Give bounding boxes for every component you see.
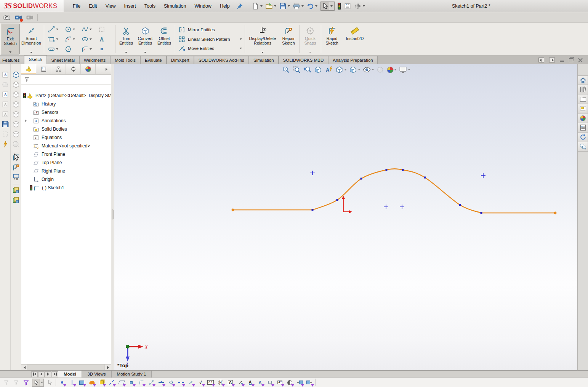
propertymanager-tab[interactable] [36,64,51,74]
record-video-icon[interactable] [14,14,22,21]
zoom-to-fit-icon[interactable] [281,65,290,74]
filter-cosmetic-threads-icon[interactable] [266,379,274,387]
view-palette-icon[interactable] [578,104,588,114]
options-gear-button[interactable] [353,2,366,11]
filter-surface-finish-symbols-icon[interactable]: √ [197,379,205,387]
edit-sketch-icon[interactable] [11,153,21,162]
filter-datums-icon[interactable]: A [246,379,254,387]
tree-item-sensors[interactable]: Sensors [21,108,111,117]
tab-simulation[interactable]: Simulation [249,56,279,64]
view-settings-icon[interactable] [398,65,410,74]
undo-button[interactable] [305,2,319,11]
filter-sketch-points-icon[interactable] [127,379,135,387]
tab-features[interactable]: Features [0,56,24,64]
minimize-icon[interactable] [560,61,564,62]
convert-entities-button[interactable]: Convert Entities [136,24,155,54]
featuremanager-design-tree-tab[interactable] [21,64,36,74]
tree-item-solid-bodies[interactable]: Solid Bodies [21,125,111,133]
filter-connection-points-icon[interactable] [296,379,304,387]
scroll-right-icon[interactable] [104,365,111,370]
view-front-icon[interactable] [11,80,21,89]
pattern-entities-2-icon[interactable] [11,196,21,205]
sketch-repair-icon[interactable] [11,163,21,172]
view-top-icon[interactable] [11,120,21,129]
tree-item-right-plane[interactable]: Right Plane [21,167,111,175]
tab-evaluate[interactable]: Evaluate [140,56,167,64]
view-left-icon[interactable] [11,100,21,109]
tab-sketch[interactable]: Sketch [24,55,46,64]
tab-model[interactable]: Model [58,371,82,377]
tab-analysis-preparation[interactable]: Analysis Preparation [328,56,377,64]
weld-annotation-icon[interactable] [1,139,10,149]
view-right-icon[interactable] [11,110,21,119]
clear-all-filters-icon[interactable] [12,379,20,387]
custom-properties-icon[interactable] [578,123,588,133]
modify-sketch-icon[interactable] [11,173,21,182]
section-view-icon[interactable] [313,65,322,74]
new-document-button[interactable] [250,2,264,11]
filter-routing-points-icon[interactable] [306,379,314,387]
rapid-sketch-button[interactable]: Rapid Sketch [322,24,341,54]
mirror-entities-button[interactable]: Mirror Entities [178,26,242,34]
tree-item-top-plane[interactable]: Top Plane [21,158,111,167]
expand-arrow-icon[interactable] [25,119,27,122]
exit-sketch-button[interactable]: Exit Sketch [1,24,20,54]
tree-item-annotations[interactable]: Annotations [21,117,111,125]
tree-item-history[interactable]: History [21,100,111,108]
filter-axes-icon[interactable] [107,379,115,387]
filter-geometric-tolerances-icon[interactable]: 0.1 [207,379,215,387]
apply-scene-icon[interactable] [386,66,397,74]
comments-icon[interactable] [578,142,588,152]
view-back-icon[interactable] [11,90,21,99]
tree-root-part[interactable]: Part2 (Default<<Default>_Display State [21,91,111,100]
tab-dimxpert[interactable]: DimXpert [167,56,194,64]
screenshot-camera-icon[interactable] [3,14,11,21]
close-icon[interactable] [578,58,583,62]
design-library-icon[interactable] [578,85,588,94]
tab-3d-views[interactable]: 3D Views [82,371,111,377]
solidworks-forum-icon[interactable] [578,133,588,142]
ellipse-tool[interactable] [80,34,96,44]
linear-sketch-pattern-button[interactable]: Linear Sketch Pattern [178,35,242,43]
pin-menu-icon[interactable] [236,3,243,9]
filter-edges-icon[interactable] [68,379,76,387]
menu-insert[interactable]: Insert [120,2,140,11]
tree-item-material[interactable]: Material <not specified> [21,142,111,150]
instant2d-button[interactable]: Instant2D [341,24,368,54]
scrollbar-thumb[interactable] [28,365,104,370]
sketch-fillet-tool[interactable] [80,44,96,54]
configurationmanager-tab[interactable] [51,64,66,74]
filter-center-marks-icon[interactable] [167,379,175,387]
display-delete-relations-button[interactable]: Display/Delete Relations [246,24,279,54]
print-button[interactable] [292,2,305,11]
select-cursor-icon[interactable] [32,379,40,387]
rebuild-traffic-light-icon[interactable] [336,2,342,10]
first-tab-icon[interactable] [31,371,38,377]
view-bottom-icon[interactable] [11,130,21,139]
filter-section-lines-icon[interactable] [286,379,294,387]
appearances-scenes-icon[interactable] [578,114,588,123]
collapse-left-pane-icon[interactable] [538,58,544,62]
scroll-left-icon[interactable] [21,365,28,370]
last-tab-icon[interactable] [52,371,58,377]
splitter-grip[interactable] [112,209,114,219]
toggle-selection-filters-icon[interactable] [2,379,10,387]
select-tool-dropdown[interactable] [329,2,334,10]
zoom-to-area-icon[interactable] [292,65,301,74]
trim-entities-button[interactable]: Trim Entities [117,24,136,54]
tab-motion-study-1[interactable]: Motion Study 1 [112,371,152,377]
hide-show-items-icon[interactable] [362,65,374,74]
import-annotation-icon[interactable] [1,90,10,99]
sketch-text-tool[interactable] [97,34,113,44]
select-tool-button[interactable] [320,2,335,11]
panel-splitter[interactable] [111,64,114,370]
tab-sheet-metal[interactable]: Sheet Metal [47,56,79,64]
task-list-button[interactable] [343,2,352,11]
move-entities-button[interactable]: Move Entities [178,45,242,52]
tab-solidworks-add-ins[interactable]: SOLIDWORKS Add-Ins [194,56,249,64]
filter-notes-icon[interactable]: A [226,379,234,387]
restore-icon[interactable] [569,58,573,62]
filter-midpoints-icon[interactable] [157,379,165,387]
menu-window[interactable]: Window [190,2,215,11]
save-table-icon[interactable] [1,120,10,129]
